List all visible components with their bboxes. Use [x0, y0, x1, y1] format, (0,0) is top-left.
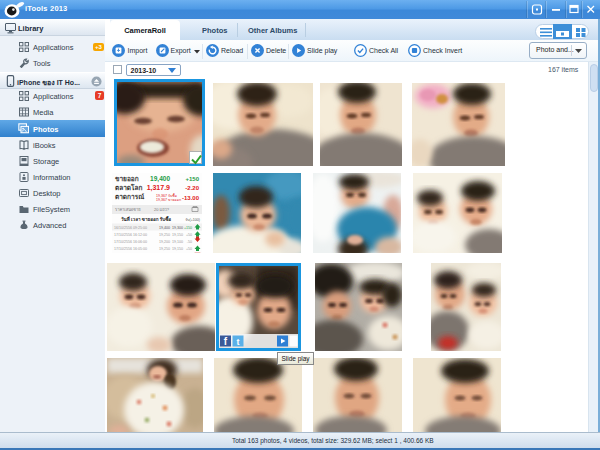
svg-text:+50: +50 — [186, 247, 192, 251]
svg-text:19,250: 19,250 — [159, 233, 170, 237]
svg-text:ตาดการณ์: ตาดการณ์ — [115, 193, 144, 200]
svg-text:-2.20: -2.20 — [185, 185, 199, 191]
svg-text:19,200: 19,200 — [159, 240, 170, 244]
svg-text:19,400: 19,400 — [150, 175, 170, 183]
svg-text:19,150: 19,150 — [172, 247, 183, 251]
svg-text:17/10/2556 16:12:00: 17/10/2556 16:12:00 — [114, 233, 147, 237]
svg-text:19,300: 19,300 — [172, 226, 183, 230]
svg-text:19,100: 19,100 — [172, 240, 183, 244]
svg-text:19,367 ขายออก: 19,367 ขายออก — [156, 198, 181, 202]
svg-text:รับ(+100): รับ(+100) — [185, 218, 200, 222]
svg-text:-50: -50 — [187, 240, 192, 244]
svg-text:+50: +50 — [186, 233, 192, 237]
svg-text:ราคาเสนอขาย: ราคาเสนอขาย — [115, 207, 141, 212]
svg-text:19,400: 19,400 — [159, 226, 170, 230]
svg-text:1,317.9: 1,317.9 — [147, 184, 170, 192]
svg-text:+150: +150 — [185, 176, 199, 182]
svg-text:19,250: 19,250 — [159, 247, 170, 251]
svg-text:19,150: 19,150 — [172, 233, 183, 237]
svg-text:17/10/2556 16:06:00: 17/10/2556 16:06:00 — [114, 240, 147, 244]
svg-text:-13.00: -13.00 — [182, 195, 200, 201]
svg-text:ตลาดโลก: ตลาดโลก — [115, 183, 143, 191]
svg-text:วันที่ เวลา ขายออก รับซื้อ: วันที่ เวลา ขายออก รับซื้อ — [121, 215, 171, 222]
svg-text:ขายออก: ขายออก — [115, 175, 139, 182]
svg-text:t: t — [237, 337, 240, 347]
svg-text:16/10/2556 09:25:00: 16/10/2556 09:25:00 — [114, 226, 147, 230]
svg-text:20 แถว?: 20 แถว? — [154, 207, 170, 212]
svg-text:+150: +150 — [184, 226, 192, 230]
svg-text:17/10/2556 16:05:00: 17/10/2556 16:05:00 — [114, 247, 147, 251]
